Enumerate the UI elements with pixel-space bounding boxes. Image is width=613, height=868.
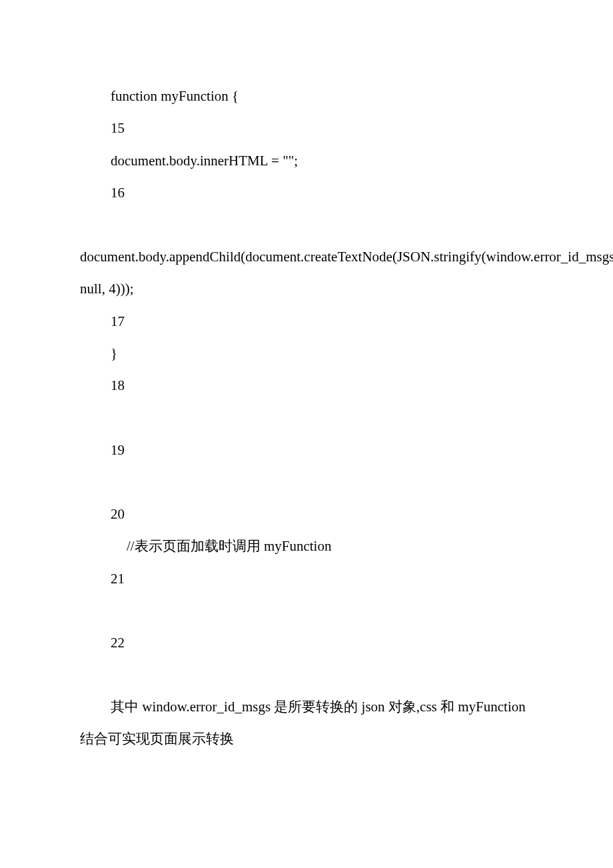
line-number: 15 bbox=[80, 112, 533, 144]
line-number: 21 bbox=[80, 563, 533, 595]
code-line: function myFunction { bbox=[80, 80, 533, 112]
code-line: document.body.appendChild(document.creat… bbox=[80, 241, 533, 305]
line-number: 19 bbox=[80, 434, 533, 466]
line-number: 16 bbox=[80, 177, 533, 209]
explanation-paragraph: 其中 window.error_id_msgs 是所要转换的 json 对象,c… bbox=[80, 691, 533, 755]
line-number: 17 bbox=[80, 305, 533, 337]
code-comment: //表示页面加载时调用 myFunction bbox=[80, 530, 533, 562]
line-number: 20 bbox=[80, 498, 533, 530]
code-line: } bbox=[80, 337, 533, 369]
code-line: document.body.innerHTML = ""; bbox=[80, 145, 533, 177]
line-number: 18 bbox=[80, 369, 533, 401]
line-number: 22 bbox=[80, 627, 533, 659]
